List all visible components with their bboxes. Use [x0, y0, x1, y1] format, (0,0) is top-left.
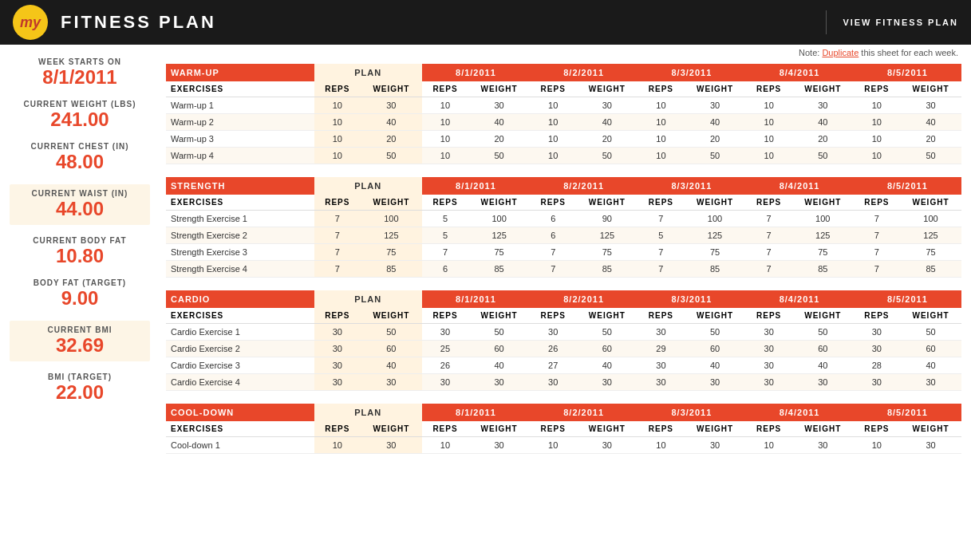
date-header: 8/2/2011	[530, 177, 637, 195]
d5-weight: 60	[900, 341, 961, 357]
section-header-row: COOL-DOWN PLAN8/1/20118/2/20118/3/20118/…	[166, 404, 961, 421]
plan-reps-header: REPS	[314, 421, 361, 437]
d2-weight: 40	[576, 114, 637, 131]
table-row: Warm-up 1 10 3010 3010 3010 3010 3010 30	[166, 97, 961, 114]
d5-weight: 30	[900, 437, 961, 454]
weight-col-header: WEIGHT	[900, 308, 961, 324]
d4-reps: 30	[745, 341, 791, 357]
section-cooldown: COOL-DOWN PLAN8/1/20118/2/20118/3/20118/…	[166, 404, 961, 454]
table-row: Cool-down 1 10 3010 3010 3010 3010 3010 …	[166, 437, 961, 454]
d1-reps: 30	[422, 374, 468, 391]
weight-col-header: WEIGHT	[900, 195, 961, 211]
plan-reps: 10	[314, 97, 361, 114]
d4-weight: 60	[792, 341, 854, 357]
exercise-name: Strength Exercise 3	[166, 244, 314, 261]
reps-col-header: REPS	[745, 308, 791, 324]
table-row: Cardio Exercise 2 30 6025 6026 6029 6030…	[166, 341, 961, 357]
weight-col-header: WEIGHT	[685, 421, 746, 437]
table-row: Cardio Exercise 4 30 3030 3030 3030 3030…	[166, 374, 961, 391]
weight-col-header: WEIGHT	[900, 421, 961, 437]
note-text: Note: Duplicate this sheet for each week…	[166, 48, 961, 57]
d1-reps: 5	[422, 211, 468, 227]
plan-weight: 30	[361, 97, 422, 114]
d3-reps: 30	[637, 324, 684, 341]
section-cardio: CARDIO PLAN8/1/20118/2/20118/3/20118/4/2…	[166, 290, 961, 391]
plan-weight: 60	[361, 341, 422, 357]
reps-col-header: REPS	[530, 308, 576, 324]
exercise-name: Warm-up 1	[166, 97, 314, 114]
d3-reps: 7	[637, 211, 684, 227]
table-row: Cardio Exercise 3 30 4026 4027 4030 4030…	[166, 357, 961, 374]
plan-weight-header: WEIGHT	[361, 81, 422, 97]
d3-reps: 7	[637, 261, 684, 278]
date-header: 8/1/2011	[422, 177, 530, 195]
table-row: Warm-up 2 10 4010 4010 4010 4010 4010 40	[166, 114, 961, 131]
d2-weight: 125	[576, 227, 637, 244]
table-row: Strength Exercise 1 7 1005 1006 907 1007…	[166, 211, 961, 227]
week-starts-value: 8/1/2011	[10, 66, 150, 89]
plan-header: PLAN	[314, 177, 422, 195]
weight-col-header: WEIGHT	[576, 308, 637, 324]
d3-reps: 30	[637, 374, 684, 391]
d1-weight: 75	[468, 244, 530, 261]
plan-header: PLAN	[314, 290, 422, 308]
plan-reps: 7	[314, 244, 361, 261]
weight-col-header: WEIGHT	[576, 81, 637, 97]
weight-item: CURRENT WEIGHT (LBS) 241.00	[10, 100, 150, 131]
d2-reps: 30	[530, 324, 576, 341]
waist-value: 44.00	[13, 198, 147, 220]
sidebar: WEEK STARTS ON 8/1/2011 CURRENT WEIGHT (…	[0, 45, 160, 476]
d3-weight: 40	[685, 357, 746, 374]
d2-weight: 30	[576, 437, 637, 454]
bmi-value: 32.69	[13, 334, 147, 357]
week-starts-label: WEEK STARTS ON	[10, 57, 150, 66]
plan-reps-header: REPS	[314, 195, 361, 211]
reps-col-header: REPS	[745, 81, 791, 97]
d5-reps: 30	[854, 341, 900, 357]
table-row: Warm-up 3 10 2010 2010 2010 2010 2010 20	[166, 131, 961, 148]
col-header-row: EXERCISES REPS WEIGHTREPS WEIGHTREPS WEI…	[166, 421, 961, 437]
date-header: 8/3/2011	[637, 177, 745, 195]
table-strength: STRENGTH PLAN8/1/20118/2/20118/3/20118/4…	[166, 177, 961, 278]
d2-weight: 40	[576, 357, 637, 374]
col-header-row: EXERCISES REPS WEIGHTREPS WEIGHTREPS WEI…	[166, 308, 961, 324]
plan-reps: 7	[314, 211, 361, 227]
d3-reps: 29	[637, 341, 684, 357]
d3-weight: 30	[685, 97, 746, 114]
plan-weight-header: WEIGHT	[361, 195, 422, 211]
duplicate-link[interactable]: Duplicate	[822, 48, 859, 57]
date-header: 8/3/2011	[637, 64, 745, 81]
d2-reps: 10	[530, 97, 576, 114]
d4-reps: 10	[745, 437, 791, 454]
d3-weight: 60	[685, 341, 746, 357]
weight-col-header: WEIGHT	[792, 308, 854, 324]
date-header: 8/3/2011	[637, 290, 745, 308]
table-cooldown: COOL-DOWN PLAN8/1/20118/2/20118/3/20118/…	[166, 404, 961, 454]
d5-weight: 125	[900, 227, 961, 244]
view-fitness-plan-button[interactable]: VIEW FITNESS PLAN	[843, 18, 958, 27]
table-cardio: CARDIO PLAN8/1/20118/2/20118/3/20118/4/2…	[166, 290, 961, 391]
d5-weight: 40	[900, 114, 961, 131]
d4-weight: 30	[792, 97, 854, 114]
week-starts-item: WEEK STARTS ON 8/1/2011	[10, 57, 150, 89]
d3-weight: 125	[685, 227, 746, 244]
d3-weight: 50	[685, 148, 746, 164]
d3-reps: 10	[637, 131, 684, 148]
d5-reps: 7	[854, 227, 900, 244]
app-header: my FITNESS PLAN VIEW FITNESS PLAN	[0, 0, 971, 45]
d2-reps: 7	[530, 244, 576, 261]
weight-label: CURRENT WEIGHT (LBS)	[10, 100, 150, 108]
body-fat-item: CURRENT BODY FAT 10.80	[10, 236, 150, 267]
reps-col-header: REPS	[422, 81, 468, 97]
d4-reps: 10	[745, 131, 791, 148]
d5-reps: 7	[854, 244, 900, 261]
plan-weight: 30	[361, 437, 422, 454]
d1-reps: 30	[422, 324, 468, 341]
d1-weight: 40	[468, 114, 530, 131]
weight-col-header: WEIGHT	[468, 308, 530, 324]
waist-label: CURRENT WAIST (IN)	[13, 189, 147, 198]
date-header: 8/4/2011	[745, 177, 853, 195]
exercises-col-header: EXERCISES	[166, 421, 314, 437]
col-header-row: EXERCISES REPS WEIGHTREPS WEIGHTREPS WEI…	[166, 81, 961, 97]
main-content: Note: Duplicate this sheet for each week…	[160, 45, 971, 476]
